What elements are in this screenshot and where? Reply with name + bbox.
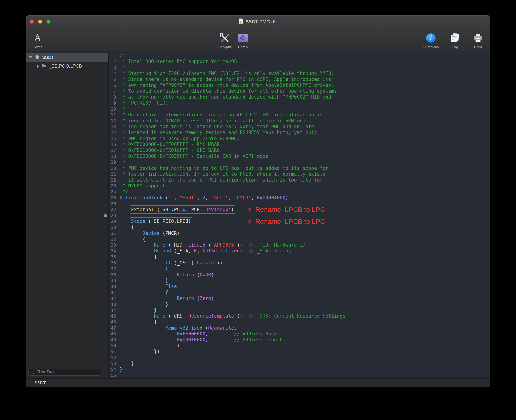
titlebar: SSDT-PMC.dsl [26, 15, 490, 28]
code-line: 32 { [109, 236, 490, 242]
compile-button[interactable]: Compile [218, 32, 232, 50]
line-number: 43 [109, 301, 119, 307]
code-line: 20 * PMC device has nothing to do to LPC… [109, 165, 490, 171]
patch-icon [238, 32, 248, 44]
code-line: 15 * PMC region is used by AppleIntelPCH… [109, 136, 490, 142]
code-line: 45 Name (_CRS, ResourceTemplate () // _C… [109, 313, 490, 319]
folder-icon [42, 64, 46, 69]
home-icon [35, 54, 39, 60]
code-line: 54} [109, 367, 490, 372]
code-line: 36 If (_OSI ("Darwin")) [109, 260, 490, 266]
code-line: 47 Memory32Fixed (ReadWrite, [109, 325, 490, 331]
chevron-right-icon[interactable] [37, 65, 39, 68]
line-number: 4 [109, 71, 119, 76]
line-number: 27 [109, 207, 119, 212]
line-number: 28 [109, 212, 119, 218]
code-line: 17 * 0xFE010000~0xFE010FFF - SPI BAR0 [109, 147, 490, 153]
filter-tree-input[interactable] [29, 369, 101, 376]
line-number: 11 [109, 112, 119, 118]
document-icon [239, 18, 243, 25]
code-line: 10 * [109, 106, 490, 112]
line-number: 37 [109, 266, 119, 272]
sidebar-item-ssdt[interactable]: SSDT [26, 53, 108, 62]
line-number: 36 [109, 260, 119, 266]
line-number: 30 [109, 224, 119, 230]
code-line: 22 * it will start in the end of PCI con… [109, 177, 490, 183]
code-line: 49 0x00010000, // Address Length [109, 337, 490, 343]
line-number: 25 [109, 195, 119, 201]
line-number: 20 [109, 165, 119, 171]
summary-label: Summary [423, 45, 439, 50]
line-number: 32 [109, 236, 119, 242]
line-number: 46 [109, 319, 119, 325]
print-label: Print [474, 45, 482, 50]
line-number: 31 [109, 230, 119, 236]
line-number: 2 [109, 59, 119, 64]
code-line: 55 [109, 372, 490, 378]
fonts-button[interactable]: A Fonts [30, 32, 45, 50]
sidebar-item-label: SSDT [42, 55, 54, 60]
line-number: 39 [109, 278, 119, 284]
line-number: 9 [109, 100, 119, 106]
window-title-group: SSDT-PMC.dsl [239, 18, 277, 25]
line-number: 35 [109, 254, 119, 260]
line-number: 19 [109, 159, 119, 165]
patch-label: Patch [238, 45, 248, 50]
code-line: 31 Device (PMCR) [109, 230, 490, 236]
line-number: 14 [109, 129, 119, 135]
code-line: 12 * required for NVRAM access. Otherwis… [109, 118, 490, 124]
log-pages-icon [450, 32, 460, 44]
code-line: 41 { [109, 290, 490, 295]
traffic-lights [30, 15, 50, 28]
line-number: 22 [109, 177, 119, 183]
code-line: 37 { [109, 266, 490, 272]
print-button[interactable]: Print [471, 32, 485, 50]
code-line: 25DefinitionBlock ("", "SSDT", 2, "ACDT"… [109, 195, 490, 201]
line-number: 8 [109, 94, 119, 100]
line-number: 24 [109, 189, 119, 195]
log-label: Log [452, 45, 458, 50]
line-number: 40 [109, 284, 119, 289]
code-line: 5 * Since there is no standard device fo… [109, 76, 490, 82]
code-lines: 1/*2 * Intel 300-series PMC support for … [109, 53, 490, 378]
sidebar-item-sb-pci0-lpcb[interactable]: _SB.PCI0.LPCB [26, 62, 108, 71]
code-line: 51 }) [109, 349, 490, 354]
minimize-button[interactable] [38, 20, 42, 23]
annotation-text: <- Rename LPCB to LPC [247, 206, 325, 213]
summary-button[interactable]: i Summary [423, 32, 439, 50]
window-title: SSDT-PMC.dsl [245, 19, 277, 24]
filter-tree-field [29, 369, 101, 376]
code-line: 43 } [109, 301, 490, 307]
zoom-button[interactable] [46, 20, 50, 23]
chevron-down-icon[interactable] [29, 56, 32, 58]
line-number: 17 [109, 147, 119, 153]
code-line: 6 * own naming "APP9876" to access this … [109, 82, 490, 88]
annotation-box: Scope (_SB.PCI0.LPCB) [131, 219, 191, 224]
sidebar-item-label: _SB.PCI0.LPCB [49, 64, 82, 69]
line-number: 52 [109, 355, 119, 360]
code-line: 23 * NVRAM support. [109, 183, 490, 189]
line-number: 34 [109, 248, 119, 254]
line-number: 33 [109, 242, 119, 248]
line-number: 18 [109, 153, 119, 159]
line-number: 29 [109, 218, 119, 224]
code-line: 19 * [109, 159, 490, 165]
line-number: 7 [109, 88, 119, 94]
line-number: 1 [109, 53, 119, 59]
patch-button[interactable]: Patch [236, 32, 250, 50]
line-number: 10 [109, 106, 119, 112]
code-editor[interactable]: 1/*2 * Intel 300-series PMC support for … [109, 51, 490, 378]
line-number: 26 [109, 201, 119, 207]
line-number: 49 [109, 337, 119, 343]
line-number: 38 [109, 272, 119, 278]
annotation-text: <- Rename LPCB to LPC [247, 218, 325, 225]
line-number: 48 [109, 331, 119, 337]
log-button[interactable]: Log [448, 32, 462, 50]
code-line: 52 } [109, 355, 490, 360]
close-button[interactable] [30, 20, 34, 23]
compile-tools-icon [219, 32, 231, 44]
code-line: 40 Else [109, 284, 490, 289]
code-line: 24 */ [109, 189, 490, 195]
content-area: SSDT _SB.PCI0.LPCB [26, 51, 490, 378]
line-number: 44 [109, 307, 119, 313]
